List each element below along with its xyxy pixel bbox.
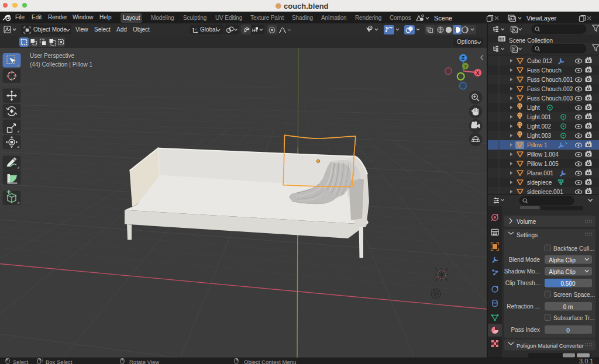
svg-text:Alpha Clip: Alpha Clip — [549, 269, 576, 275]
svg-text:Clip Thresh...: Clip Thresh... — [505, 280, 540, 286]
svg-text:Fuss Chouch: Fuss Chouch — [527, 67, 562, 74]
svg-text:0: 0 — [566, 327, 570, 334]
svg-text:Y: Y — [464, 64, 467, 69]
svg-text:0 m: 0 m — [563, 304, 573, 310]
svg-text:0.500: 0.500 — [560, 280, 575, 287]
svg-text:Subsurface Tr...: Subsurface Tr... — [553, 315, 594, 321]
svg-text:Backface Cull...: Backface Cull... — [553, 245, 594, 252]
svg-text:Cube.012: Cube.012 — [527, 58, 553, 64]
svg-text:Pass Index: Pass Index — [511, 327, 540, 333]
svg-text:Scene: Scene — [434, 15, 452, 22]
svg-text:Light.001: Light.001 — [527, 114, 552, 120]
svg-text:Alpha Clip: Alpha Clip — [549, 257, 576, 264]
svg-text:Pillow 1.005: Pillow 1.005 — [527, 161, 559, 167]
svg-text:Screen Space...: Screen Space... — [553, 292, 595, 298]
svg-text:Plane.001: Plane.001 — [527, 170, 553, 176]
svg-text:Z: Z — [462, 55, 464, 61]
svg-text:Light: Light — [527, 105, 540, 111]
svg-text:Scene Collection: Scene Collection — [509, 37, 553, 44]
svg-text:Pillow 1.004: Pillow 1.004 — [527, 151, 559, 158]
svg-text:Pillow 1: Pillow 1 — [527, 142, 548, 148]
svg-text:Volume: Volume — [517, 219, 536, 225]
svg-text:sidepiece: sidepiece — [527, 179, 552, 186]
svg-text:X: X — [476, 70, 480, 76]
svg-text:Fuss Chouch.003: Fuss Chouch.003 — [527, 95, 573, 102]
svg-text:ViewLayer: ViewLayer — [526, 15, 556, 22]
svg-text:Fuss Chouch.001: Fuss Chouch.001 — [527, 77, 573, 83]
svg-text:Refraction ...: Refraction ... — [507, 303, 540, 310]
svg-text:Shadow Mo...: Shadow Mo... — [504, 268, 540, 275]
svg-text:Light.002: Light.002 — [527, 123, 552, 130]
svg-text:Poliigon Material Converter: Poliigon Material Converter — [517, 342, 584, 349]
svg-text:Blend Mode: Blend Mode — [509, 256, 541, 263]
svg-text:Settings: Settings — [517, 232, 538, 238]
svg-text:Fuss Chouch.002: Fuss Chouch.002 — [527, 86, 573, 92]
svg-text:Light.003: Light.003 — [527, 133, 552, 139]
